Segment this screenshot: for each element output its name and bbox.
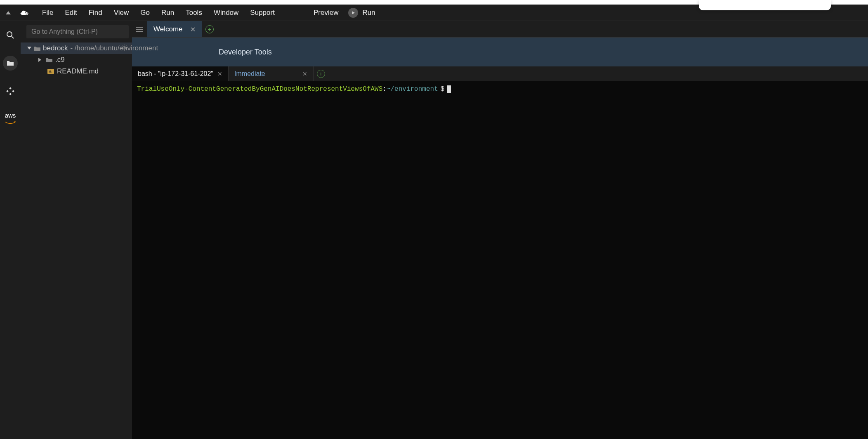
- add-terminal-tab-button[interactable]: +: [314, 66, 328, 81]
- file-tree-sidebar: Go to Anything (Ctrl-P) bedrock - /home/…: [21, 21, 132, 439]
- svg-marker-12: [38, 58, 41, 62]
- search-rail-button[interactable]: [3, 28, 18, 42]
- svg-point-3: [7, 32, 12, 37]
- body-area: aws Go to Anything (Ctrl-P): [0, 21, 868, 439]
- file-tree: bedrock - /home/ubuntu/environment .c9 M…: [21, 41, 132, 439]
- terminal-body[interactable]: TrialUseOnly-ContentGeneratedByGenAIDoes…: [132, 81, 868, 439]
- svg-text:M↓: M↓: [49, 70, 52, 73]
- terminal-tab-bash[interactable]: bash - "ip-172-31-61-202" ✕: [132, 66, 229, 81]
- tab-list-button[interactable]: [132, 21, 147, 37]
- tree-root-path: - /home/ubuntu/environment: [70, 44, 158, 52]
- git-icon: [6, 87, 14, 95]
- caret-right-icon: [37, 58, 43, 62]
- close-terminal-tab-button[interactable]: ✕: [217, 71, 222, 77]
- triangle-up-icon: [6, 11, 11, 14]
- add-editor-tab-button[interactable]: +: [202, 21, 217, 37]
- notification-popup: [699, 0, 831, 10]
- files-rail-button[interactable]: [3, 56, 18, 71]
- svg-marker-2: [352, 11, 355, 14]
- ide-app: 9 File Edit Find View Go Run Tools Windo…: [0, 5, 868, 439]
- svg-rect-7: [6, 90, 9, 92]
- collapse-menubar-button[interactable]: [4, 9, 12, 17]
- editor-tabs: Welcome ✕ +: [132, 21, 868, 38]
- svg-marker-11: [27, 47, 31, 50]
- terminal-tabs: bash - "ip-172-31-61-202" ✕ Immediate ✕ …: [132, 66, 868, 81]
- terminal-tab-label: Immediate: [234, 70, 265, 78]
- menu-view[interactable]: View: [109, 6, 134, 19]
- cloud9-logo-icon[interactable]: 9: [19, 9, 31, 17]
- plus-circle-icon: +: [205, 25, 214, 33]
- menu-run[interactable]: Run: [156, 6, 179, 19]
- preview-button[interactable]: Preview: [314, 9, 338, 17]
- markdown-file-icon: M↓: [47, 69, 54, 74]
- terminal-tab-label: bash - "ip-172-31-61-202": [138, 70, 213, 78]
- search-icon: [6, 31, 14, 39]
- devtools-title: Developer Tools: [219, 48, 272, 57]
- menubar-left: 9 File Edit Find View Go Run Tools Windo…: [4, 6, 280, 19]
- folder-icon: [45, 57, 53, 63]
- tree-folder-c9[interactable]: .c9: [21, 54, 132, 66]
- menu-edit[interactable]: Edit: [60, 6, 82, 19]
- tree-item-label: README.md: [57, 67, 99, 76]
- terminal-user: TrialUseOnly-ContentGeneratedByGenAIDoes…: [137, 85, 382, 94]
- svg-point-10: [123, 47, 125, 49]
- aws-rail-button[interactable]: aws: [5, 112, 16, 126]
- menu-support[interactable]: Support: [245, 6, 280, 19]
- svg-line-4: [12, 36, 14, 38]
- plus-circle-icon: +: [317, 70, 325, 78]
- terminal-path: ~/environment: [387, 85, 438, 94]
- close-tab-button[interactable]: ✕: [190, 26, 196, 33]
- menu-file[interactable]: File: [37, 6, 58, 19]
- tree-item-label: .c9: [55, 56, 65, 64]
- aws-label: aws: [5, 112, 16, 119]
- tree-root-name: bedrock: [43, 44, 68, 52]
- terminal-tab-immediate[interactable]: Immediate ✕: [229, 66, 314, 81]
- run-button-group[interactable]: Run: [348, 8, 375, 18]
- menu-window[interactable]: Window: [209, 6, 243, 19]
- goto-anything-input[interactable]: Go to Anything (Ctrl-P): [26, 25, 129, 38]
- terminal-dollar: $: [441, 85, 445, 94]
- editor-tab-welcome[interactable]: Welcome ✕: [147, 21, 202, 37]
- svg-text:9: 9: [25, 10, 28, 15]
- editor-tab-label: Welcome: [153, 25, 183, 33]
- svg-rect-6: [9, 93, 12, 95]
- sidebar-settings-button[interactable]: [120, 44, 128, 54]
- menu-tools[interactable]: Tools: [181, 6, 207, 19]
- tree-root-folder[interactable]: bedrock - /home/ubuntu/environment: [21, 42, 132, 54]
- svg-rect-8: [12, 90, 14, 92]
- menu-go[interactable]: Go: [135, 6, 155, 19]
- aws-smile-icon: [5, 121, 16, 125]
- folder-icon: [34, 46, 40, 51]
- left-rail: aws: [0, 21, 21, 439]
- menubar-center: Preview Run: [314, 8, 375, 18]
- run-play-icon: [348, 8, 358, 18]
- source-control-rail-button[interactable]: [3, 84, 18, 99]
- tree-file-readme[interactable]: M↓ README.md: [21, 66, 132, 77]
- goto-placeholder: Go to Anything (Ctrl-P): [31, 28, 98, 35]
- hamburger-icon: [136, 27, 143, 32]
- svg-marker-0: [6, 11, 11, 14]
- main-area: Welcome ✕ + Developer Tools bash - "ip-1…: [132, 21, 868, 439]
- terminal-prompt-line: TrialUseOnly-ContentGeneratedByGenAIDoes…: [137, 85, 863, 94]
- gear-icon: [120, 44, 128, 52]
- close-terminal-tab-button[interactable]: ✕: [302, 71, 307, 77]
- run-label: Run: [362, 9, 375, 17]
- folder-icon: [7, 60, 14, 66]
- terminal-cursor: [447, 85, 451, 93]
- menu-find[interactable]: Find: [84, 6, 107, 19]
- svg-rect-5: [9, 87, 12, 90]
- terminal-colon: :: [382, 85, 387, 94]
- developer-tools-banner: Developer Tools: [132, 38, 868, 66]
- caret-down-icon: [27, 47, 31, 50]
